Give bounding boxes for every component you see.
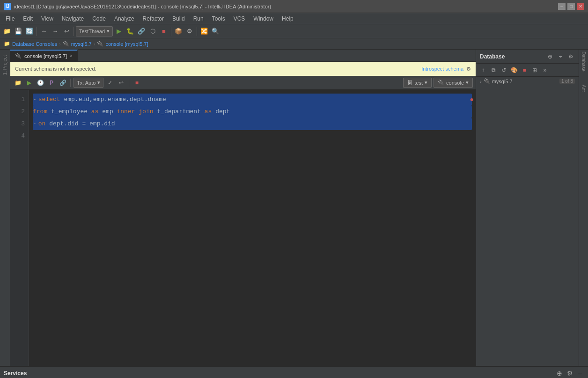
editor-files-btn[interactable]: 📁 <box>13 78 22 87</box>
git-button[interactable]: 🔀 <box>199 26 209 36</box>
menu-analyze[interactable]: Analyze <box>110 15 138 23</box>
code-content[interactable]: - select emp.eid,emp.ename,dept.dname fr… <box>29 90 476 366</box>
separator-2 <box>74 27 74 36</box>
code-line-3: - on dept.did = emp.did <box>33 118 472 130</box>
error-mark: ● <box>470 94 474 106</box>
coverage-button[interactable]: ⬡ <box>147 26 158 36</box>
breadcrumb-database-consoles[interactable]: Database Consoles <box>12 41 57 47</box>
menu-vcs[interactable]: VCS <box>230 15 249 23</box>
db-add-btn[interactable]: + <box>479 66 487 74</box>
menu-code[interactable]: Code <box>88 15 110 23</box>
undo-btn[interactable]: ↩ <box>117 78 126 87</box>
editor-p-btn[interactable]: P <box>47 78 56 87</box>
code-editor[interactable]: 1 2 3 4 - select emp.eid,emp.ename,dept.… <box>10 90 476 366</box>
ant-sidebar-label[interactable]: Ant <box>581 85 586 92</box>
menu-help[interactable]: Help <box>278 15 297 23</box>
test-db-label: test <box>414 80 423 86</box>
db-coloring-btn[interactable]: 🎨 <box>510 66 518 74</box>
search-button[interactable]: 🔍 <box>210 26 220 36</box>
services-minimize-btn[interactable]: – <box>576 369 584 378</box>
back-button[interactable]: ← <box>39 26 49 36</box>
test-db-icon: 🗄 <box>407 80 412 86</box>
run-button[interactable]: ▶ <box>114 26 124 36</box>
debug-button[interactable]: 🐛 <box>125 26 135 36</box>
stop-button[interactable]: ■ <box>159 26 169 36</box>
gear-icon[interactable]: ⚙ <box>466 66 471 72</box>
minimize-button[interactable]: – <box>558 3 566 10</box>
db-tree-icon: 🔌 <box>484 78 490 84</box>
add-datasource-btn[interactable]: ⊕ <box>546 52 554 61</box>
console-db-icon: 🔌 <box>438 80 444 86</box>
services-header-icons: ⊕ ⚙ – <box>555 369 584 378</box>
console-tab-close[interactable]: × <box>70 53 73 58</box>
editor-tab-bar: 🔌 console [mysql5.7] × <box>10 50 476 62</box>
check-btn[interactable]: ✓ <box>105 78 115 87</box>
right-panel: Database ⊕ ÷ ⚙ + ⧉ ↺ 🎨 ■ ⊞ » › 🔌 mysql5.… <box>476 50 579 366</box>
menu-edit[interactable]: Edit <box>19 15 37 23</box>
menu-navigate[interactable]: Navigate <box>58 15 88 23</box>
chevron-down-icon-3: ▾ <box>466 80 469 86</box>
maximize-button[interactable]: □ <box>567 3 575 10</box>
menu-file[interactable]: File <box>2 15 18 23</box>
bottom-panel: Services ⊕ ⚙ – Tx ≡ ⇅ ✓ ↺ ■ ≡ ⇅ ⊞ 📌 » <box>0 366 588 378</box>
far-right-strip: Database Ant <box>579 50 588 366</box>
db-tree-label: mysql5.7 <box>492 79 513 84</box>
refresh-button[interactable]: 🔄 <box>24 26 35 36</box>
breadcrumb-bar: 📁 Database Consoles › 🔌 mysql5.7 › 🔌 con… <box>0 38 588 50</box>
editor-link-btn[interactable]: 🔗 <box>58 78 67 87</box>
project-sidebar-tab[interactable]: 1: Project <box>1 51 8 79</box>
breadcrumb-console[interactable]: console [mysql5.7] <box>105 41 148 47</box>
services-add-btn[interactable]: ⊕ <box>555 369 564 378</box>
save-button[interactable]: 💾 <box>13 26 23 36</box>
editor-toolbar: 📁 ▶ 🕐 P 🔗 Tx: Auto ▾ ✓ ↩ ■ 🗄 test ▾ <box>10 76 476 90</box>
db-toolbar: + ⧉ ↺ 🎨 ■ ⊞ » <box>476 64 579 77</box>
split-btn[interactable]: ÷ <box>556 52 565 61</box>
forward-button[interactable]: → <box>50 26 60 36</box>
warning-message: Current schema is not introspected. <box>15 66 96 72</box>
open-folder-button[interactable]: 📁 <box>2 26 12 36</box>
db-more-btn[interactable]: » <box>541 66 549 74</box>
db-tree-mysql57[interactable]: › 🔌 mysql5.7 1 of 8 <box>476 77 579 86</box>
services-settings-btn[interactable]: ⚙ <box>566 369 574 378</box>
menu-build[interactable]: Build <box>169 15 189 23</box>
db-stop-btn[interactable]: ■ <box>520 66 529 74</box>
line-numbers: 1 2 3 4 <box>10 90 29 366</box>
tx-label: Tx: Auto <box>77 80 96 86</box>
database-panel-title: Database <box>480 53 505 60</box>
undo-button[interactable]: ↩ <box>61 26 72 36</box>
gear-settings-icon[interactable]: ⚙ <box>566 52 575 61</box>
stop-btn[interactable]: ■ <box>132 78 141 87</box>
right-panel-header: Database ⊕ ÷ ⚙ <box>476 50 579 64</box>
build-btn[interactable]: 📦 <box>173 26 184 36</box>
app-icon: IJ <box>4 3 11 10</box>
breadcrumb-mysql57[interactable]: mysql5.7 <box>71 41 92 47</box>
console-tab[interactable]: 🔌 console [mysql5.7] × <box>10 50 78 62</box>
test-db-badge[interactable]: 🗄 test ▾ <box>403 78 432 88</box>
console-badge[interactable]: 🔌 console ▾ <box>434 78 473 88</box>
main-toolbar: 📁 💾 🔄 ← → ↩ TestThread ▾ ▶ 🐛 🔗 ⬡ ■ 📦 ⚙ 🔀… <box>0 24 588 38</box>
db-copy-btn[interactable]: ⧉ <box>489 66 498 74</box>
editor-run-btn[interactable]: ▶ <box>24 78 34 87</box>
title-bar: IJ ideatest1 [D:\atguigu\javaee\JavaSE20… <box>0 0 588 13</box>
editor-clock-btn[interactable]: 🕐 <box>36 78 45 87</box>
menu-refactor[interactable]: Refactor <box>139 15 168 23</box>
line-num-1: 1 <box>10 94 25 106</box>
tx-dropdown[interactable]: Tx: Auto ▾ <box>74 78 103 88</box>
chevron-down-icon: ▾ <box>97 80 100 86</box>
attach-button[interactable]: 🔗 <box>136 26 147 36</box>
run-config-dropdown[interactable]: TestThread ▾ <box>76 26 113 36</box>
introspect-schema-link[interactable]: Introspect schema <box>421 66 463 72</box>
database-sidebar-label[interactable]: Database <box>581 51 586 72</box>
separator-1 <box>37 27 37 36</box>
right-panel-icons: ⊕ ÷ ⚙ <box>546 52 575 61</box>
db-selector: 🗄 test ▾ 🔌 console ▾ <box>403 78 473 88</box>
db-grid-btn[interactable]: ⊞ <box>530 66 539 74</box>
menu-view[interactable]: View <box>37 15 57 23</box>
close-button[interactable]: ✕ <box>577 3 584 10</box>
menu-run[interactable]: Run <box>190 15 207 23</box>
tool1[interactable]: ⚙ <box>184 26 195 36</box>
menu-window[interactable]: Window <box>250 15 277 23</box>
db-refresh-btn[interactable]: ↺ <box>500 66 508 74</box>
menu-tools[interactable]: Tools <box>208 15 229 23</box>
code-line-2: from t_employee as emp inner join t_depa… <box>33 106 472 118</box>
